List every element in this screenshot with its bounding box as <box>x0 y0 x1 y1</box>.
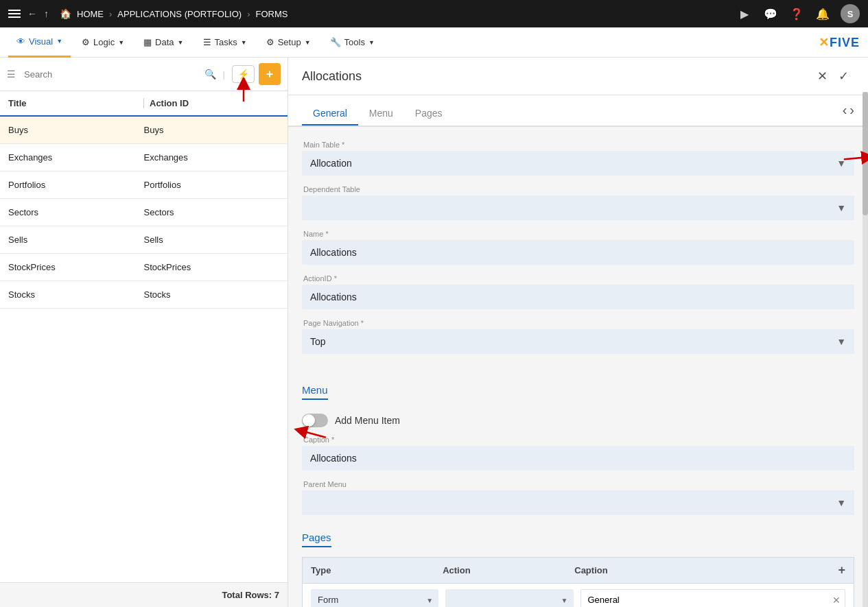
action-select[interactable] <box>445 589 573 607</box>
page-nav-dropdown[interactable]: Top ▼ <box>302 329 854 354</box>
bell-icon[interactable]: 🔔 <box>814 5 831 22</box>
cell-title: Exchanges <box>8 152 144 163</box>
dependent-table-arrow-icon: ▼ <box>836 202 846 213</box>
tab-general[interactable]: General <box>302 102 358 126</box>
table-footer: Total Rows: 7 <box>0 582 288 607</box>
cell-action: StockPrices <box>144 262 280 272</box>
caption-label: Caption * <box>302 436 854 444</box>
main-table-wrap: Allocation ▼ <box>302 151 854 176</box>
close-button[interactable]: ✕ <box>812 66 833 86</box>
main-table-field: Main Table * Allocation ▼ <box>302 141 854 176</box>
menu-section: Menu Add Menu Item <box>302 377 854 515</box>
caption-input[interactable] <box>302 446 854 471</box>
next-arrow-btn[interactable]: › <box>849 102 854 118</box>
cell-action: Exchanges <box>144 152 280 163</box>
page-nav-value: Top <box>310 336 326 347</box>
search-icon[interactable]: 🔍 <box>204 69 216 80</box>
data-icon: ▦ <box>143 37 152 47</box>
visual-caret: ▼ <box>56 38 62 45</box>
table-row[interactable]: Buys Buys <box>0 117 288 144</box>
data-caret: ▼ <box>178 39 184 46</box>
avatar[interactable]: S <box>841 4 860 23</box>
table-header: Title Action ID <box>0 91 288 117</box>
menu-section-label: Menu <box>302 384 328 400</box>
add-menu-item-toggle[interactable] <box>302 414 328 427</box>
type-select[interactable]: Form <box>311 589 438 607</box>
filter-icon: ☰ <box>7 69 16 80</box>
tab-pages[interactable]: Pages <box>404 102 454 126</box>
nav-data[interactable]: ▦ Data ▼ <box>135 27 191 58</box>
tabs: General Menu Pages <box>288 95 868 127</box>
nav-setup[interactable]: ⚙ Setup ▼ <box>258 27 319 58</box>
table-row[interactable]: Sells Sells <box>0 226 288 254</box>
nav-tools[interactable]: 🔧 Tools ▼ <box>322 27 383 58</box>
nav-tasks-label: Tasks <box>215 37 237 47</box>
panel-header: Allocations ✕ ✓ <box>288 58 868 95</box>
prev-arrow-btn[interactable]: ‹ <box>843 102 847 118</box>
parent-menu-label: Parent Menu <box>302 480 854 488</box>
nav-tasks[interactable]: ☰ Tasks ▼ <box>195 27 255 58</box>
name-label: Name * <box>302 230 854 238</box>
play-icon[interactable]: ▶ <box>736 5 753 22</box>
table-row[interactable]: Stocks Stocks <box>0 281 288 309</box>
top-bar: ← ↑ 🏠 HOME › APPLICATIONS (PORTFOLIO) › … <box>0 0 868 27</box>
logo-text: ✕FIVE <box>819 36 860 49</box>
main-table-arrow-icon: ▼ <box>836 158 846 169</box>
nav-logic[interactable]: ⚙ Logic ▼ <box>73 27 132 58</box>
page-nav-wrap: Top ▼ <box>302 329 854 354</box>
general-section: Main Table * Allocation ▼ <box>302 127 854 377</box>
parent-menu-wrap: ▼ <box>302 490 854 515</box>
table-row[interactable]: Sectors Sectors <box>0 199 288 226</box>
table-row[interactable]: Exchanges Exchanges <box>0 144 288 171</box>
name-input[interactable] <box>302 240 854 265</box>
lightning-btn[interactable]: ⚡ <box>232 65 255 83</box>
breadcrumb-forms[interactable]: FORMS <box>256 9 288 19</box>
breadcrumb-home[interactable]: HOME <box>77 9 104 19</box>
main-table-dropdown[interactable]: Allocation ▼ <box>302 151 854 176</box>
search-input-wrap <box>20 67 200 82</box>
cell-title: StockPrices <box>8 262 144 272</box>
setup-icon: ⚙ <box>266 37 274 47</box>
cell-action: Sectors <box>144 207 280 217</box>
dependent-table-dropdown[interactable]: ▼ <box>302 195 854 220</box>
cell-action: Buys <box>144 125 280 135</box>
col-divider <box>143 98 144 108</box>
col-title-header: Title <box>8 98 138 108</box>
caption-row-input[interactable] <box>585 590 833 607</box>
dependent-table-wrap: ▼ <box>302 195 854 220</box>
panel-title: Allocations <box>302 69 812 84</box>
hamburger-icon[interactable] <box>8 10 21 18</box>
cell-title: Portfolios <box>8 180 144 190</box>
caption-clear-icon[interactable]: ✕ <box>832 595 841 606</box>
caption-wrap: ✕ <box>580 589 846 607</box>
back-arrow-icon[interactable]: ← <box>27 8 37 19</box>
chat-icon[interactable]: 💬 <box>762 5 779 22</box>
tasks-icon: ☰ <box>203 37 211 47</box>
pages-add-button[interactable]: + <box>838 563 846 578</box>
breadcrumb-apps[interactable]: APPLICATIONS (PORTFOLIO) <box>117 9 242 19</box>
tab-menu[interactable]: Menu <box>358 102 404 126</box>
actionid-input[interactable] <box>302 285 854 309</box>
parent-menu-field: Parent Menu ▼ <box>302 480 854 515</box>
nav-visual[interactable]: 👁 Visual ▼ <box>8 27 71 58</box>
nav-visual-label: Visual <box>29 36 53 47</box>
sec-nav: 👁 Visual ▼ ⚙ Logic ▼ ▦ Data ▼ ☰ Tasks ▼ … <box>0 27 868 58</box>
parent-menu-dropdown[interactable]: ▼ <box>302 490 854 515</box>
action-select-wrap: ▼ <box>445 589 573 607</box>
add-button[interactable]: + <box>259 63 281 85</box>
pages-col-type: Type <box>311 565 443 575</box>
forward-arrow-icon[interactable]: ↑ <box>44 8 49 19</box>
search-input[interactable] <box>20 67 200 82</box>
scrollbar-thumb[interactable] <box>863 92 868 215</box>
table-body: Buys BuysExchanges ExchangesPortfolios P… <box>0 117 288 582</box>
nav-logic-label: Logic <box>93 37 115 47</box>
main-layout: ☰ 🔍 | ⚡ <box>0 58 868 607</box>
top-bar-right: ▶ 💬 ❓ 🔔 S <box>736 4 860 23</box>
table-row[interactable]: Portfolios Portfolios <box>0 171 288 199</box>
eye-icon: 👁 <box>16 36 25 47</box>
nav-data-label: Data <box>155 37 174 47</box>
table-row[interactable]: StockPrices StockPrices <box>0 254 288 281</box>
nav-tools-label: Tools <box>344 37 365 47</box>
confirm-button[interactable]: ✓ <box>833 66 854 86</box>
help-icon[interactable]: ❓ <box>788 5 805 22</box>
